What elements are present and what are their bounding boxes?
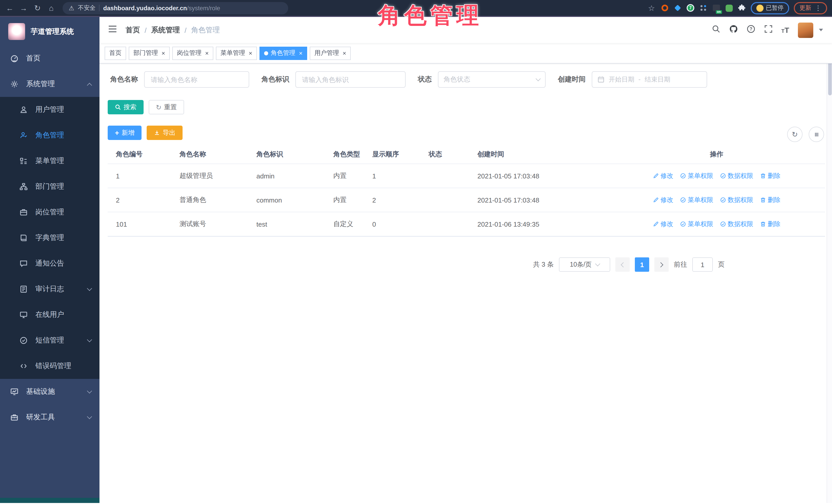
bookmark-star-icon[interactable]: ☆	[647, 4, 656, 12]
tag-departments[interactable]: 部门管理 ×	[129, 46, 170, 60]
reset-button[interactable]: ↻ 重置	[149, 100, 184, 114]
sidebar-item-roles[interactable]: 角色管理	[0, 123, 100, 148]
col-status: 状态	[423, 150, 472, 159]
tag-home[interactable]: 首页	[105, 46, 126, 60]
tag-menus[interactable]: 菜单管理 ×	[216, 46, 257, 60]
sidebar-item-notices[interactable]: 通知公告	[0, 251, 100, 276]
browser-menu-icon[interactable]: ⋮	[815, 4, 822, 12]
page-size-value: 10条/页	[570, 260, 592, 269]
breadcrumb-system[interactable]: 系统管理	[151, 25, 180, 35]
url-text[interactable]: dashboard.yudao.iocoder.cn/system/role	[103, 4, 220, 11]
sidebar-item-audit-log[interactable]: 审计日志	[0, 276, 100, 302]
status-select[interactable]: 角色状态	[438, 71, 546, 88]
next-page-button[interactable]	[654, 257, 669, 272]
sidebar-item-system[interactable]: 系统管理	[0, 71, 100, 97]
avatar[interactable]	[798, 22, 813, 38]
chat-check-icon	[20, 336, 28, 345]
browser-reload-icon[interactable]: ↻	[33, 4, 42, 12]
menu-permission-link[interactable]: 菜单权限	[680, 195, 713, 204]
plus-icon: +	[115, 129, 119, 136]
tag-posts[interactable]: 岗位管理 ×	[172, 46, 213, 60]
sidebar-item-posts[interactable]: 岗位管理	[0, 200, 100, 225]
edit-link[interactable]: 修改	[653, 220, 673, 229]
top-navbar: 首页 / 系统管理 / 角色管理 ? TT	[100, 17, 832, 43]
delete-link[interactable]: 删除	[760, 171, 780, 180]
extensions-puzzle-icon[interactable]	[738, 4, 746, 12]
sidebar-item-online-users[interactable]: 在线用户	[0, 302, 100, 328]
menu-permission-link[interactable]: 菜单权限	[680, 171, 713, 180]
data-permission-link[interactable]: 数据权限	[720, 171, 753, 180]
tag-users[interactable]: 用户管理 ×	[310, 46, 351, 60]
browser-home-icon[interactable]: ⌂	[47, 4, 56, 12]
sidebar-item-home[interactable]: 首页	[0, 46, 100, 71]
close-icon[interactable]: ×	[342, 50, 346, 56]
avatar-caret-icon[interactable]	[819, 29, 823, 31]
sidebar-item-dictionary[interactable]: 字典管理	[0, 225, 100, 251]
breadcrumb-home[interactable]: 首页	[126, 25, 140, 35]
sidebar-item-infrastructure[interactable]: 基础设施	[0, 379, 100, 404]
date-range-picker[interactable]: 开始日期 - 结束日期	[592, 71, 707, 88]
close-icon[interactable]: ×	[205, 50, 209, 56]
delete-link[interactable]: 删除	[760, 195, 780, 204]
extension-proxy-icon[interactable]: on	[712, 4, 720, 12]
edit-link[interactable]: 修改	[653, 195, 673, 204]
github-icon[interactable]	[729, 25, 738, 35]
pagination: 共 3 条 10条/页 1 前往 页	[108, 257, 825, 272]
role-code-input[interactable]	[295, 71, 406, 88]
browser-forward-icon[interactable]: →	[19, 4, 28, 12]
data-permission-link[interactable]: 数据权限	[720, 220, 753, 229]
fullscreen-icon[interactable]	[764, 25, 773, 35]
refresh-table-button[interactable]: ↻	[787, 127, 803, 142]
browser-back-icon[interactable]: ←	[5, 4, 15, 12]
extension-adblock-icon[interactable]	[661, 4, 669, 12]
extension-dots-icon[interactable]	[699, 4, 707, 12]
page-size-select[interactable]: 10条/页	[559, 257, 610, 272]
extension-gem-icon[interactable]	[674, 4, 682, 12]
page-scrollbar[interactable]	[827, 17, 832, 503]
green-circle-icon: 7	[686, 4, 694, 12]
sidebar: 芋道管理系统 首页 系统管理 用户管理 角色管理	[0, 17, 100, 503]
hamburger-icon[interactable]	[108, 24, 118, 36]
header-search-icon[interactable]	[711, 25, 720, 35]
sidebar-item-error-codes[interactable]: 错误码管理	[0, 353, 100, 379]
address-bar[interactable]: ⚠ 不安全 dashboard.yudao.iocoder.cn/system/…	[62, 2, 288, 14]
monitor-icon	[20, 311, 28, 319]
role-name-input[interactable]	[144, 71, 249, 88]
column-settings-button[interactable]	[809, 127, 824, 142]
start-date-placeholder[interactable]: 开始日期	[609, 75, 634, 84]
help-icon[interactable]: ?	[746, 25, 755, 35]
prev-page-button[interactable]	[615, 257, 630, 272]
delete-link[interactable]: 删除	[760, 220, 780, 229]
tag-roles[interactable]: 角色管理 ×	[259, 46, 307, 60]
export-button[interactable]: 导出	[147, 126, 183, 140]
search-button[interactable]: 搜索	[108, 100, 144, 114]
current-page[interactable]: 1	[635, 257, 649, 272]
sidebar-item-users[interactable]: 用户管理	[0, 97, 100, 123]
chevron-down-icon	[87, 414, 92, 419]
add-button[interactable]: + 新增	[108, 126, 141, 140]
font-size-icon[interactable]: TT	[781, 26, 789, 34]
sidebar-item-sms[interactable]: 短信管理	[0, 328, 100, 353]
close-icon[interactable]: ×	[299, 50, 303, 56]
edit-link[interactable]: 修改	[653, 171, 673, 180]
cell-created-time: 2021-01-05 17:03:48	[472, 196, 631, 204]
close-icon[interactable]: ×	[161, 50, 165, 56]
data-permission-link[interactable]: 数据权限	[720, 195, 753, 204]
app-title: 芋道管理系统	[31, 27, 74, 36]
end-date-placeholder[interactable]: 结束日期	[645, 75, 670, 84]
document-edit-icon	[20, 285, 28, 293]
profile-paused-chip[interactable]: 已暂停	[751, 2, 789, 14]
row-actions: 修改 菜单权限 数据权限 删除	[631, 220, 825, 229]
extension-monkey-icon[interactable]	[725, 4, 733, 12]
sidebar-item-departments[interactable]: 部门管理	[0, 174, 100, 200]
menu-permission-link[interactable]: 菜单权限	[680, 220, 713, 229]
sidebar-item-menus[interactable]: 菜单管理	[0, 148, 100, 174]
sidebar-logo-row[interactable]: 芋道管理系统	[0, 17, 100, 46]
goto-page-input[interactable]	[692, 257, 713, 272]
sidebar-item-devtools[interactable]: 研发工具	[0, 404, 100, 430]
extension-seven-icon[interactable]: 7	[686, 4, 695, 12]
sidebar-item-label: 岗位管理	[35, 208, 64, 217]
update-chip[interactable]: 更新 ⋮	[794, 2, 827, 14]
close-icon[interactable]: ×	[249, 50, 252, 56]
col-role-id: 角色编号	[108, 150, 174, 159]
